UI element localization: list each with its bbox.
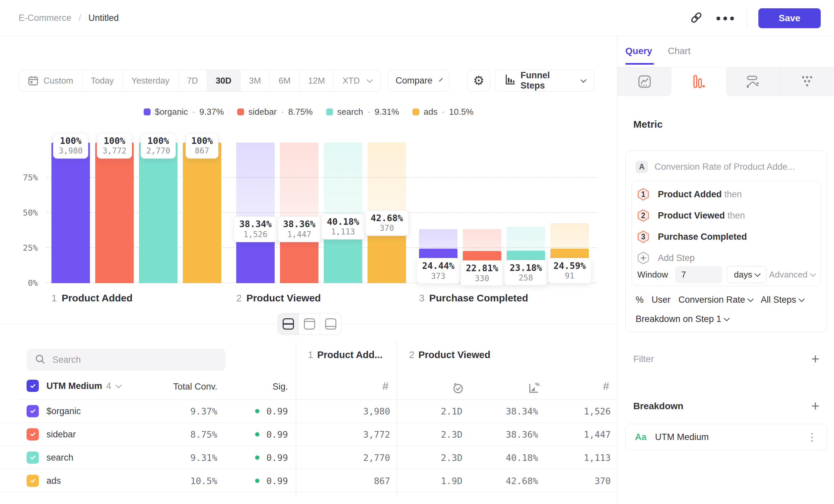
top-bar-divider — [747, 8, 747, 28]
date-range-custom[interactable]: Custom — [19, 70, 82, 91]
legend-item-organic[interactable]: $organic·9.37% — [144, 107, 224, 117]
filter-section-header: Filter + — [633, 352, 819, 366]
table-row-sidebar[interactable]: sidebar8.75%0.993,7722.3D38.36%1,447 — [0, 423, 617, 446]
sig-column-header[interactable]: Sig. — [272, 382, 288, 392]
advanced-toggle[interactable]: Advanced — [769, 270, 815, 280]
chart-type-label: Funnel Steps — [521, 70, 574, 91]
row-significance: 0.99 — [266, 406, 288, 416]
funnel-bar-sidebar[interactable] — [95, 143, 134, 283]
step-hexagon-badge: 1 — [637, 188, 649, 201]
significance-dot — [255, 432, 259, 436]
date-range-7d[interactable]: 7D — [178, 70, 207, 91]
date-range-label: XTD — [342, 76, 359, 86]
tooltip-count: 370 — [371, 224, 403, 233]
tab-chart[interactable]: Chart — [668, 46, 690, 56]
row-step2-time: 1.9D — [441, 476, 462, 486]
breadcrumb-parent[interactable]: E-Commerce — [19, 13, 71, 23]
legend-label: ads — [424, 107, 438, 117]
tooltip-percent: 100% — [191, 136, 213, 146]
measurement-scope-select[interactable]: All Steps — [761, 295, 804, 305]
row-step1-count: 3,772 — [363, 429, 390, 439]
table-step2-header[interactable]: 2Product Viewed — [409, 349, 490, 361]
date-range-label: 30D — [216, 76, 232, 86]
row-step2-count: 1,447 — [584, 429, 611, 439]
table-row-organic[interactable]: $organic9.37%0.993,9802.1D38.34%1,526 — [0, 399, 617, 423]
tab-funnels[interactable] — [672, 67, 726, 96]
funnel-step-row-2[interactable]: 2 Product Viewedthen — [637, 205, 815, 226]
date-range-30d[interactable]: 30D — [207, 70, 240, 91]
funnel-bar-search[interactable] — [139, 143, 177, 283]
bar-chart-icon — [504, 74, 516, 88]
measurement-scope-label: All Steps — [761, 295, 796, 305]
significance-dot — [255, 479, 259, 483]
legend-item-sidebar[interactable]: sidebar·8.75% — [237, 107, 313, 117]
date-range-12m[interactable]: 12M — [299, 70, 334, 91]
chart-type-selector[interactable]: Funnel Steps — [495, 70, 594, 92]
tooltip-count: 3,980 — [59, 146, 83, 156]
tooltip-percent: 22.81% — [466, 263, 498, 274]
tab-flows[interactable] — [726, 67, 780, 96]
breadcrumb-current[interactable]: Untitled — [89, 13, 119, 23]
row-checkbox[interactable] — [26, 405, 39, 417]
table-row-search[interactable]: search9.31%0.992,7702.3D40.18%1,113 — [0, 446, 617, 469]
row-total-conv: 8.75% — [191, 429, 217, 439]
row-checkbox[interactable] — [26, 428, 39, 440]
add-filter-button[interactable]: + — [811, 352, 819, 366]
y-axis-tick: 75% — [9, 173, 38, 182]
breakdown-property-card[interactable]: Aa UTM Medium ⋮ — [626, 424, 827, 450]
date-range-today[interactable]: Today — [82, 70, 123, 91]
legend-item-ads[interactable]: ads·10.5% — [412, 107, 474, 117]
window-unit-select[interactable]: days — [727, 266, 767, 283]
compare-label: Compare — [395, 76, 432, 86]
row-total-conv: 9.31% — [191, 452, 217, 462]
compare-button[interactable]: Compare — [388, 70, 449, 92]
tab-query[interactable]: Query — [626, 46, 652, 56]
tab-insights[interactable] — [617, 67, 672, 96]
funnel-step-row-3[interactable]: 3 Purchase Completed — [637, 226, 815, 247]
layout-toggle — [277, 313, 342, 335]
add-breakdown-button[interactable]: + — [811, 399, 819, 413]
chevron-down-icon — [810, 271, 816, 277]
layout-toggle-chart-only[interactable] — [299, 313, 320, 335]
table-row-ads[interactable]: ads10.5%0.998671.9D42.68%370 — [0, 469, 617, 492]
select-all-checkbox[interactable] — [26, 380, 39, 392]
layout-toggle-split-view[interactable] — [278, 313, 299, 335]
table-step1-header[interactable]: 1Product Add... — [308, 349, 382, 361]
tab-retention[interactable] — [780, 67, 834, 96]
row-total-conv: 9.37% — [191, 406, 217, 416]
significance-dot — [255, 455, 259, 460]
kebab-menu-icon[interactable]: ⋮ — [807, 431, 817, 443]
total-conv-column-header[interactable]: Total Conv. — [173, 382, 217, 392]
metric-series-row[interactable]: A Conversion Rate of Product Adde... — [636, 161, 795, 173]
funnel-bar-ads[interactable] — [183, 143, 221, 283]
layout-toggle-table-only[interactable] — [320, 313, 341, 335]
share-link-button[interactable] — [687, 9, 706, 27]
breakdown-column-header[interactable]: UTM Medium 4 — [46, 381, 121, 391]
bar-value-tooltip: 40.18%1,113 — [321, 214, 365, 239]
chart-settings-button[interactable]: ⚙ — [467, 70, 490, 92]
row-checkbox[interactable] — [26, 451, 39, 463]
more-options-button[interactable]: ●●● — [717, 9, 736, 27]
date-range-6m[interactable]: 6M — [270, 70, 299, 91]
date-range-label: Yesterday — [131, 76, 170, 86]
chevron-down-icon — [439, 78, 442, 82]
row-checkbox[interactable] — [26, 475, 39, 487]
measurement-metric-select[interactable]: Conversion Rate — [678, 295, 753, 305]
legend-item-search[interactable]: search·9.31% — [326, 107, 399, 117]
date-range-3m[interactable]: 3M — [240, 70, 270, 91]
window-value-input[interactable] — [675, 266, 722, 283]
legend-dot-separator: · — [281, 107, 284, 117]
measurement-entity[interactable]: User — [652, 295, 671, 305]
date-range-label: Custom — [43, 76, 73, 86]
date-range-xtd[interactable]: XTD — [333, 70, 380, 91]
save-button[interactable]: Save — [759, 8, 821, 28]
top-bar: E-Commerce / Untitled ●●● Save — [0, 0, 834, 37]
table-only-icon — [325, 318, 336, 329]
tooltip-count: 1,526 — [239, 230, 272, 239]
table-search[interactable] — [26, 349, 225, 371]
funnel-bar-$organic[interactable] — [51, 143, 90, 283]
breakdown-on-step-select[interactable]: Breakdown on Step 1 — [636, 314, 729, 324]
funnel-step-row-1[interactable]: 1 Product Addedthen — [637, 184, 815, 205]
search-input[interactable] — [52, 354, 218, 365]
date-range-yesterday[interactable]: Yesterday — [123, 70, 178, 91]
